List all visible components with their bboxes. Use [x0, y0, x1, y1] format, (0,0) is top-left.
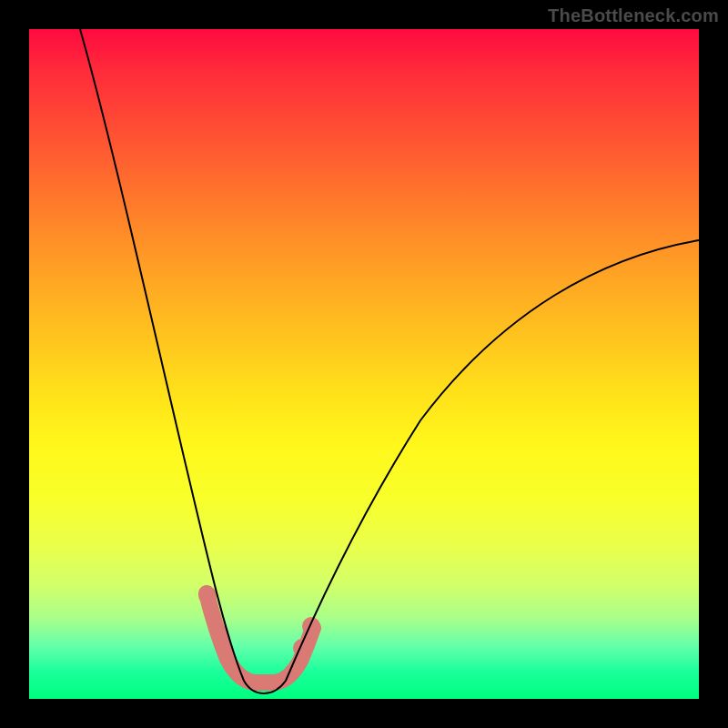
curve-layer: [29, 29, 699, 699]
plot-area: [29, 29, 699, 699]
curve-left-branch: [80, 29, 264, 693]
curve-right-branch: [264, 240, 699, 693]
watermark-text: TheBottleneck.com: [548, 5, 719, 26]
optimal-band-group: [198, 586, 320, 682]
chart-frame: TheBottleneck.com: [0, 0, 728, 728]
band-node: [198, 586, 217, 604]
band-node: [302, 617, 320, 635]
